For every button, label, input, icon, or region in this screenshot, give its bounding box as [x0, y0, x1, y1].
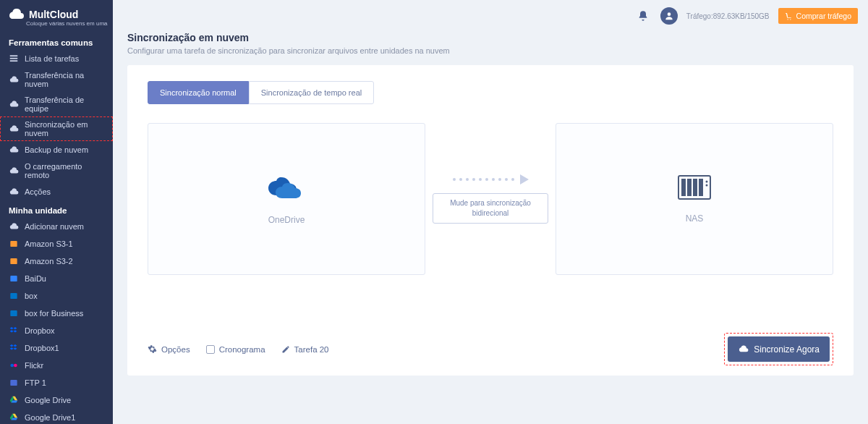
s3-icon	[9, 256, 19, 266]
sidebar-item-drive-8[interactable]: Flickr	[0, 357, 113, 374]
sidebar-item-label: Acções	[25, 187, 51, 196]
cloud-icon	[9, 166, 19, 176]
cloud-sync-icon	[738, 344, 749, 355]
svg-rect-1	[10, 58, 18, 59]
content-footer: Opções Cronograma Tarefa 20 Sincronize A…	[148, 333, 833, 365]
page-head: Sincronização em nuvem Configurar uma ta…	[113, 32, 868, 65]
sidebar-item-label: Google Drive1	[25, 413, 75, 422]
gdrive-icon	[9, 412, 19, 423]
sidebar-item-drive-7[interactable]: Dropbox1	[0, 339, 113, 357]
cloud-icon	[9, 145, 19, 155]
sidebar-item-tool-5[interactable]: O carregamento remoto	[0, 158, 113, 183]
tab-realtime-sync[interactable]: Sincronização de tempo real	[249, 81, 374, 104]
svg-rect-5	[10, 276, 17, 281]
dest-label: NAS	[686, 213, 704, 224]
baidu-icon	[9, 274, 19, 284]
plus-icon	[9, 221, 19, 232]
content-card: Sincronização normal Sincronização de te…	[127, 65, 854, 376]
sync-direction: Mude para sincronização bidirecional	[433, 174, 548, 224]
source-pane[interactable]: OneDrive	[148, 123, 425, 275]
cloud-icon	[9, 75, 19, 85]
sidebar-item-tool-0[interactable]: Lista de tarefas	[0, 50, 113, 67]
pencil-icon	[281, 345, 290, 354]
svg-point-8	[10, 364, 14, 368]
sync-tabs: Sincronização normal Sincronização de te…	[148, 81, 833, 104]
cart-icon	[785, 12, 793, 20]
nav-tools: Lista de tarefasTransferência na nuvemTr…	[0, 50, 113, 200]
list-icon	[9, 54, 19, 64]
svg-rect-10	[10, 380, 17, 386]
buy-traffic-button[interactable]: Comprar tráfego	[778, 8, 858, 24]
sidebar-item-drive-1[interactable]: Amazon S3-1	[0, 235, 113, 253]
flickr-icon	[9, 360, 19, 370]
footer-left: Opções Cronograma Tarefa 20	[148, 344, 329, 354]
sidebar-item-drive-11[interactable]: Google Drive1	[0, 409, 113, 424]
sidebar-item-label: Lista de tarefas	[25, 54, 79, 63]
direction-arrow	[453, 174, 529, 185]
onedrive-icon	[266, 173, 307, 205]
svg-point-14	[667, 12, 671, 16]
sidebar-item-label: Transferência de equipe	[25, 96, 104, 113]
sidebar-item-tool-1[interactable]: Transferência na nuvem	[0, 67, 113, 92]
page-subtitle: Configurar uma tarefa de sincronização p…	[127, 46, 854, 55]
sidebar-item-drive-3[interactable]: BaiDu	[0, 270, 113, 287]
schedule-checkbox[interactable]: Cronograma	[206, 345, 265, 354]
sidebar-item-label: BaiDu	[25, 274, 46, 283]
sidebar-item-label: Transferência na nuvem	[25, 71, 104, 88]
svg-rect-3	[10, 241, 17, 247]
dropbox-icon	[9, 326, 19, 336]
svg-point-20	[706, 181, 708, 183]
sidebar-item-label: Adicionar nuvem	[25, 222, 84, 231]
traffic-label: Tráfego:892.63KB/150GB	[686, 12, 770, 20]
page-title: Sincronização em nuvem	[127, 32, 854, 43]
section-tools-title: Ferramentas comuns	[0, 33, 113, 50]
sidebar-item-label: Backup de nuvem	[25, 145, 88, 154]
svg-point-21	[706, 185, 708, 187]
section-drives-title: Minha unidade	[0, 200, 113, 218]
sidebar-item-label: Dropbox1	[25, 344, 59, 352]
sidebar-item-drive-10[interactable]: Google Drive	[0, 391, 113, 409]
gdrive-icon	[9, 395, 19, 405]
cloud-logo-icon	[7, 7, 25, 22]
svg-rect-18	[693, 179, 697, 196]
cloud-icon	[9, 99, 19, 109]
sidebar-item-tool-6[interactable]: Acções	[0, 183, 113, 200]
svg-rect-2	[10, 60, 18, 62]
topbar: Tráfego:892.63KB/150GB Comprar tráfego	[113, 0, 868, 32]
s3-icon	[9, 239, 19, 249]
sidebar-item-tool-3[interactable]: Sincronização em nuvem	[0, 116, 113, 141]
ftp-icon	[9, 378, 19, 388]
avatar-icon[interactable]	[660, 7, 678, 25]
sidebar-item-label: box	[25, 292, 38, 300]
dest-pane[interactable]: NAS	[556, 123, 833, 275]
sidebar-item-drive-6[interactable]: Dropbox	[0, 322, 113, 339]
task-name[interactable]: Tarefa 20	[281, 345, 329, 354]
sidebar-item-drive-9[interactable]: FTP 1	[0, 374, 113, 391]
options-button[interactable]: Opções	[148, 344, 190, 354]
bidirectional-toggle[interactable]: Mude para sincronização bidirecional	[433, 193, 548, 224]
arrow-right-icon	[520, 174, 529, 185]
brand-name: MultCloud	[29, 9, 78, 20]
sidebar-item-drive-0[interactable]: Adicionar nuvem	[0, 218, 113, 235]
sidebar-item-tool-2[interactable]: Transferência de equipe	[0, 92, 113, 116]
sync-now-button[interactable]: Sincronize Agora	[728, 336, 830, 362]
svg-rect-17	[687, 179, 692, 196]
sidebar-item-label: Sincronização em nuvem	[25, 120, 104, 137]
nav-drives: Adicionar nuvemAmazon S3-1Amazon S3-2Bai…	[0, 218, 113, 424]
bell-icon[interactable]	[634, 7, 652, 25]
sidebar-item-drive-5[interactable]: box for Business	[0, 305, 113, 322]
sidebar-item-label: FTP 1	[25, 378, 46, 387]
sidebar-item-label: Amazon S3-2	[25, 257, 73, 266]
svg-rect-4	[10, 258, 17, 264]
sidebar-item-drive-4[interactable]: box	[0, 287, 113, 305]
svg-rect-16	[681, 179, 686, 196]
sidebar-item-label: Flickr	[25, 361, 43, 370]
cloud-icon	[9, 187, 19, 197]
svg-rect-7	[10, 310, 17, 316]
checkbox-icon	[206, 345, 215, 354]
sidebar-item-tool-4[interactable]: Backup de nuvem	[0, 141, 113, 158]
tab-normal-sync[interactable]: Sincronização normal	[148, 81, 249, 104]
svg-rect-0	[10, 55, 18, 56]
sidebar: MultCloud Coloque várias nuvens em uma F…	[0, 0, 113, 424]
sidebar-item-drive-2[interactable]: Amazon S3-2	[0, 253, 113, 270]
